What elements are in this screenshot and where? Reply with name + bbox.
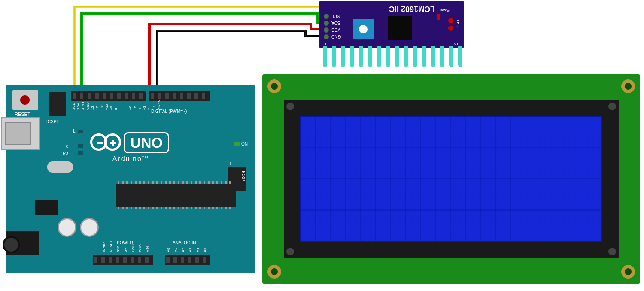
arduino-uno-board: RESET ICSP2 SCLSDAAREFGND1312~11~10~987~… bbox=[6, 85, 255, 273]
top-pin-labels: SCLSDAAREFGND1312~11~10~987~6~54~32TX→1R… bbox=[71, 106, 161, 109]
i2c-lcd-backpack: SCL SDA VCC GND 1 16 LCM1602 IIC Power L… bbox=[319, 1, 464, 48]
reset-button[interactable] bbox=[12, 90, 38, 110]
i2c-pin1-label: 1 bbox=[325, 42, 327, 46]
capacitor-1 bbox=[58, 218, 76, 237]
analog-pin-labels: A0A1A2A3A4A5 bbox=[165, 246, 209, 250]
usb-port bbox=[1, 117, 40, 150]
i2c-header-pins bbox=[319, 46, 464, 67]
i2c-label-scl: SCL bbox=[331, 14, 340, 18]
i2c-pad-gnd[interactable] bbox=[324, 34, 329, 39]
tx-label: TX bbox=[63, 144, 68, 149]
power-pin-labels: IOREFRESET3V35VGNDGNDVIN bbox=[93, 246, 151, 250]
icsp-label: ICSP bbox=[241, 171, 246, 181]
header-digital-8-13[interactable] bbox=[87, 91, 146, 101]
lcd-screen bbox=[300, 116, 602, 242]
reset-label: RESET bbox=[15, 112, 30, 117]
i2c-label-vcc: VCC bbox=[331, 27, 340, 32]
crystal-oscillator bbox=[47, 161, 73, 173]
arduino-brand-label: Arduino bbox=[112, 155, 142, 162]
header-scl-sda[interactable] bbox=[71, 91, 87, 101]
uno-model-label: UNO bbox=[124, 132, 169, 153]
digital-section-label: DIGITAL (PWM=~) bbox=[151, 109, 187, 114]
contrast-potentiometer[interactable] bbox=[353, 19, 374, 39]
capacitor-2 bbox=[80, 218, 99, 237]
dc-power-jack bbox=[6, 231, 39, 255]
backlight-jumper[interactable] bbox=[448, 18, 454, 32]
l-label: L bbox=[73, 129, 76, 133]
icsp-pin1-label: 1 bbox=[229, 161, 232, 166]
header-power[interactable] bbox=[93, 255, 153, 265]
i2c-pad-vcc[interactable] bbox=[324, 27, 329, 33]
i2c-pad-sda[interactable] bbox=[324, 21, 329, 26]
lcd-2004-module bbox=[262, 74, 640, 284]
rx-label: RX bbox=[63, 151, 69, 156]
atmega-chip bbox=[116, 184, 236, 207]
i2c-pin16-label: 16 bbox=[454, 42, 459, 46]
i2c-label-gnd: GND bbox=[331, 34, 341, 39]
mount-hole bbox=[267, 79, 281, 93]
arduino-logo: UNO ArduinoTM bbox=[92, 132, 169, 163]
i2c-label-sda: SDA bbox=[331, 21, 340, 25]
i2c-power-led bbox=[437, 14, 440, 20]
i2c-led-label: LED bbox=[456, 20, 460, 27]
icsp2-header[interactable] bbox=[49, 92, 66, 116]
i2c-module-name: LCM1602 IIC bbox=[389, 4, 435, 13]
voltage-regulator bbox=[35, 200, 58, 215]
lcd-bezel bbox=[284, 100, 619, 258]
i2c-power-label: Power bbox=[440, 9, 450, 12]
pcf8574-chip bbox=[388, 16, 412, 40]
led-tx bbox=[78, 144, 83, 148]
mount-hole bbox=[621, 265, 635, 279]
header-analog[interactable] bbox=[165, 255, 210, 265]
led-l bbox=[78, 130, 83, 133]
mount-hole bbox=[621, 79, 635, 93]
led-on bbox=[234, 142, 240, 146]
led-rx bbox=[78, 151, 83, 155]
on-label: ON bbox=[241, 142, 248, 146]
icsp2-label: ICSP2 bbox=[46, 119, 59, 124]
i2c-pad-scl[interactable] bbox=[324, 14, 329, 19]
mount-hole bbox=[267, 265, 281, 279]
